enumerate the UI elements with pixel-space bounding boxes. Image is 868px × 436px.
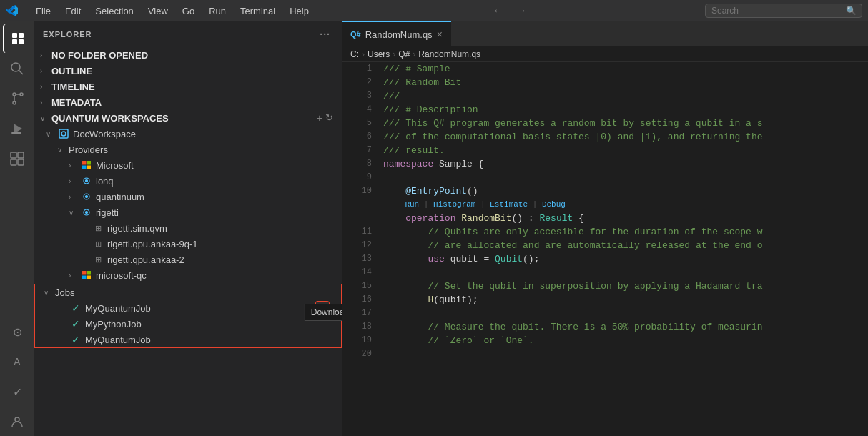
activity-extensions[interactable]	[3, 144, 31, 173]
job-label: MyQuantumJob	[85, 303, 151, 314]
section-outline[interactable]: › OUTLINE	[34, 63, 342, 79]
sep: |	[528, 198, 542, 212]
section-timeline[interactable]: › TIMELINE	[34, 79, 342, 94]
download-job-button[interactable]	[315, 301, 330, 315]
histogram-button[interactable]: Histogram	[433, 198, 475, 212]
activity-quantum[interactable]: ⊙	[3, 317, 31, 346]
svg-point-6	[13, 93, 16, 96]
job-status-icon: ✓	[69, 317, 82, 330]
arrow-icon: ›	[69, 162, 80, 169]
nav-buttons: ← →	[488, 3, 531, 19]
breadcrumb-sep: ›	[362, 49, 365, 59]
activity-source-control[interactable]	[3, 84, 31, 113]
code-editor: 1 2 3 4 5 6 7 8 9 10 11 12 13 14 15 16 1…	[342, 62, 868, 436]
code-content[interactable]: /// # Sample /// Random Bit /// /// # De…	[378, 62, 868, 436]
tree-docworkspace[interactable]: ∨ DocWorkspace	[34, 126, 342, 142]
activity-azure[interactable]: A	[3, 347, 31, 376]
svg-rect-28	[82, 271, 87, 275]
breadcrumb-qsharp[interactable]: Q#	[398, 49, 410, 59]
line-num: 1	[342, 62, 372, 76]
tree-ionq[interactable]: › ionq	[34, 173, 342, 189]
line-num	[342, 198, 372, 225]
section-no-folder[interactable]: › NO FOLDER OPENED	[34, 47, 342, 63]
breadcrumb-file[interactable]: RandomNum.qs	[418, 49, 480, 59]
job-row-mypythonjob[interactable]: › ✓ MyPythonJob	[35, 316, 341, 332]
run-button[interactable]: Run	[405, 198, 419, 212]
add-workspace-button[interactable]: +	[317, 112, 322, 124]
svg-marker-9	[14, 124, 22, 134]
activity-account[interactable]	[3, 407, 31, 436]
code-line-15	[383, 266, 868, 279]
menu-bar: File Edit Selection View Go Run Terminal…	[30, 4, 315, 18]
arrow-icon: ∨	[69, 209, 80, 217]
arrow-icon: ›	[40, 99, 51, 106]
svg-rect-21	[87, 166, 92, 170]
tree-rigetti-sim[interactable]: › ⊞ rigetti.sim.qvm	[34, 220, 342, 236]
tree-rigetti[interactable]: ∨ rigetti	[34, 204, 342, 220]
menu-terminal[interactable]: Terminal	[235, 4, 281, 18]
vscode-logo	[6, 4, 19, 17]
tree-rigetti-ankaa9q[interactable]: › ⊞ rigetti.qpu.ankaa-9q-1	[34, 236, 342, 252]
job-row-myjob2[interactable]: › ✓ MyQuantumJob	[35, 332, 341, 347]
jobs-section: ∨ Jobs › ✓ MyQuantumJob Download Azure Q	[34, 284, 342, 348]
target-icon: ⊞	[92, 253, 104, 266]
tree-microsoft[interactable]: › Microsoft	[34, 157, 342, 173]
sidebar-more-options[interactable]: ···	[317, 27, 333, 41]
target-label: rigetti.qpu.ankaa-2	[107, 254, 184, 265]
arrow-icon: ∨	[46, 130, 57, 138]
code-line-1: /// # Sample	[383, 62, 868, 76]
section-label: OUTLINE	[51, 66, 92, 76]
target-icon: ⊞	[92, 222, 104, 234]
ionq-label: ionq	[96, 176, 114, 187]
section-quantum-workspaces[interactable]: ∨ QUANTUM WORKSPACES + ↻	[34, 110, 342, 126]
job-row-myjob1[interactable]: › ✓ MyQuantumJob	[35, 300, 341, 316]
editor-tab[interactable]: Q# RandomNum.qs ×	[342, 21, 451, 46]
job-status-icon: ✓	[69, 333, 82, 346]
svg-rect-16	[59, 129, 68, 138]
code-line-14: use qubit = Qubit();	[383, 252, 868, 266]
line-num: 6	[342, 130, 372, 144]
line-num: 4	[342, 103, 372, 117]
menu-view[interactable]: View	[142, 4, 174, 18]
activity-check[interactable]: ✓	[3, 377, 31, 406]
menu-selection[interactable]: Selection	[89, 4, 139, 18]
svg-point-15	[15, 417, 19, 422]
tree-microsoft-qc[interactable]: › microsoft-qc	[34, 267, 342, 283]
tab-close-button[interactable]: ×	[437, 29, 443, 40]
menu-file[interactable]: File	[30, 4, 56, 18]
estimate-button[interactable]: Estimate	[490, 198, 528, 212]
workspace-label: DocWorkspace	[73, 129, 136, 139]
svg-rect-11	[11, 152, 16, 158]
svg-rect-13	[11, 159, 16, 165]
jobs-header[interactable]: ∨ Jobs	[35, 284, 341, 300]
activity-explorer[interactable]	[3, 24, 31, 53]
menu-edit[interactable]: Edit	[59, 4, 87, 18]
activity-search[interactable]	[3, 54, 31, 83]
breadcrumb-users[interactable]: Users	[368, 49, 390, 59]
debug-button[interactable]: Debug	[542, 198, 566, 212]
code-line-7: /// result.	[383, 144, 868, 157]
menu-go[interactable]: Go	[177, 4, 200, 18]
line-num: 2	[342, 76, 372, 89]
nav-back-button[interactable]: ←	[488, 3, 508, 19]
section-metadata[interactable]: › METADATA	[34, 94, 342, 110]
refresh-workspace-button[interactable]: ↻	[325, 112, 333, 124]
activity-run[interactable]	[3, 114, 31, 143]
menu-run[interactable]: Run	[203, 4, 232, 18]
menu-help[interactable]: Help	[284, 4, 315, 18]
line-num: 8	[342, 157, 372, 171]
search-bar-container: 🔍	[705, 4, 862, 18]
arrow-icon: ∨	[40, 114, 51, 122]
code-line-10: @EntryPoint()	[383, 184, 868, 198]
svg-point-27	[86, 212, 88, 214]
tree-quantinuum[interactable]: › quantinuum	[34, 189, 342, 204]
breadcrumb-drive[interactable]: C:	[350, 49, 359, 59]
tree-providers[interactable]: ∨ Providers	[34, 142, 342, 157]
tree-rigetti-ankaa2[interactable]: › ⊞ rigetti.qpu.ankaa-2	[34, 252, 342, 267]
svg-point-4	[11, 63, 20, 71]
nav-forward-button[interactable]: →	[511, 3, 531, 19]
svg-rect-30	[82, 276, 87, 280]
title-bar: File Edit Selection View Go Run Terminal…	[0, 0, 868, 21]
search-input[interactable]	[705, 4, 862, 18]
target-icon: ⊞	[92, 237, 104, 250]
